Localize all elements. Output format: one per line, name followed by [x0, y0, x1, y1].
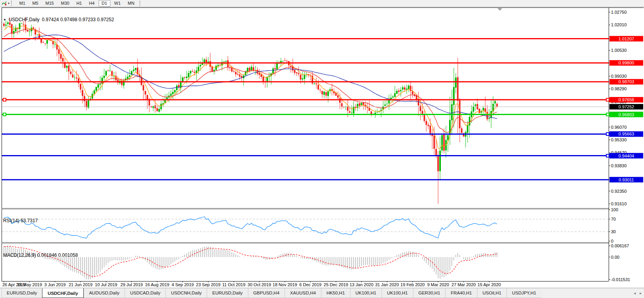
date-tick-label: 3 Jun 2019: [44, 282, 66, 287]
chart-tab-usdcnh-daily[interactable]: USDCNH,Daily: [165, 288, 207, 298]
date-tick-label: 21 Jun 2019: [69, 282, 93, 287]
timeframe-button-m1[interactable]: M1: [16, 0, 28, 7]
date-tick-label: 4 Sep 2019: [172, 282, 194, 287]
macd-tick-label: 0.006167: [611, 243, 629, 248]
top-toolbar: ▾ M1M5M15M30H1H4D1W1MN: [0, 0, 644, 7]
date-tick-label: 10 Jul 2019: [95, 282, 117, 287]
timeframe-button-h4[interactable]: H4: [86, 0, 97, 7]
chart-tab-hk50-h1[interactable]: HK50,H1: [321, 288, 350, 298]
date-tick-label: 18 Nov 2019: [273, 282, 297, 287]
tab-scroll-left-icon[interactable]: ◂: [634, 291, 636, 295]
date-tick-label: 15 Apr 2020: [477, 282, 501, 287]
date-tick-label: 29 Jul 2019: [121, 282, 143, 287]
rsi-tick-label: 0: [611, 239, 613, 243]
chart-tab-usdcad-daily[interactable]: USDCAD,Daily: [125, 288, 165, 298]
date-tick-label: 23 Sep 2019: [196, 282, 220, 287]
date-tick-label: 16 Aug 2019: [145, 282, 169, 287]
timeframe-button-mn[interactable]: MN: [125, 0, 138, 7]
price-tick-label: 1.02750: [611, 10, 627, 15]
chart-tab-gbpusd-h4[interactable]: GBPUSD,H4: [248, 288, 284, 298]
price-badge-label: 0.99800: [618, 60, 634, 65]
macd-tick-label: 0.00: [611, 255, 619, 260]
timeframe-button-m5[interactable]: M5: [29, 0, 41, 7]
timeframe-button-w1[interactable]: W1: [111, 0, 124, 7]
price-badge-label: 0.98703: [618, 79, 634, 84]
date-tick-label: 9 Mar 2020: [427, 282, 449, 287]
line-handle-icon[interactable]: [606, 113, 609, 116]
date-tick-label: 11 Oct 2019: [222, 282, 245, 287]
price-tick-label: 0.93830: [611, 163, 627, 168]
dropdown-caret-icon[interactable]: ▾: [8, 2, 9, 5]
price-tick-label: 0.96070: [611, 125, 627, 130]
tab-scroll-right-icon[interactable]: ▸: [640, 291, 642, 295]
chart-tools-icon[interactable]: ▾: [2, 1, 9, 6]
tab-scroll-arrows: ◂ ▸: [634, 288, 642, 298]
macd-tick-label: -0.011531: [611, 277, 630, 282]
rsi-tick-label: 100: [611, 207, 618, 212]
timeframe-button-d1[interactable]: D1: [99, 0, 110, 7]
line-handle-icon[interactable]: [606, 133, 609, 135]
rsi-tick-label: 30: [611, 229, 616, 234]
price-tick-label: 1.02010: [611, 22, 627, 27]
date-tick-label: 19 Feb 2020: [400, 282, 425, 287]
price-tick-label: 0.91610: [611, 201, 627, 206]
line-handle-icon[interactable]: [606, 154, 609, 157]
date-tick-label: 15 May 2019: [17, 282, 42, 287]
chart-tab-ger30-h1[interactable]: GER30,H1: [413, 288, 446, 298]
price-tick-label: 0.92350: [611, 189, 627, 194]
chart-canvas[interactable]: 1.027501.020101.005300.990300.982900.975…: [0, 7, 644, 288]
timeframe-button-h1[interactable]: H1: [73, 0, 85, 7]
line-handle-icon[interactable]: [606, 99, 609, 101]
price-badge-label: 0.97252: [618, 104, 634, 109]
chart-tab-uk100-h1[interactable]: UK100,H1: [350, 288, 382, 298]
price-badge-label: 0.96803: [618, 112, 634, 117]
rsi-tick-label: 70: [611, 217, 616, 221]
chart-tab-audusd-daily[interactable]: AUDUSD,Daily: [84, 288, 125, 298]
price-tick-label: 0.95330: [611, 137, 627, 142]
chart-frame: [0, 7, 644, 288]
price-badge-label: 0.93011: [619, 177, 634, 182]
price-tick-label: 0.98290: [611, 86, 627, 91]
chart-glyph-icon: [2, 1, 7, 6]
line-handle-icon[interactable]: [3, 113, 6, 116]
toolbar-grip[interactable]: [11, 1, 13, 6]
timeframe-button-m30[interactable]: M30: [58, 0, 72, 7]
chart-tab-usoil-h1[interactable]: USOil,H1: [477, 288, 506, 298]
chart-tab-xauusd-h4[interactable]: XAUUSD,H4: [284, 288, 321, 298]
price-badge-label: 0.97658: [618, 97, 634, 102]
date-tick-label: 13 Jan 2020: [350, 282, 374, 287]
timeframe-button-m15[interactable]: M15: [42, 0, 57, 7]
chart-tab-uk100-h1[interactable]: UK100,H1: [382, 288, 413, 298]
price-badge-label: 0.95663: [618, 132, 634, 136]
price-tick-label: 0.99030: [611, 74, 627, 79]
price-badge-label: 1.01207: [618, 37, 634, 41]
date-tick-label: 25 Dec 2019: [324, 282, 348, 287]
date-tick-label: 30 Oct 2019: [248, 282, 271, 287]
timeframe-buttons: M1M5M15M30H1H4D1W1MN: [16, 0, 138, 7]
chart-tab-bar: EURUSD,DailyUSDCHF,DailyAUDUSD,DailyUSDC…: [0, 288, 644, 298]
chart-tab-eurusd-daily[interactable]: EURUSD,Daily: [207, 288, 248, 298]
date-tick-label: 31 Jan 2020: [375, 282, 399, 287]
chart-tab-usdjpy-h1[interactable]: USDJPY,H1: [506, 288, 541, 298]
toolbar-grip-end[interactable]: [139, 1, 142, 6]
price-badge-label: 0.94404: [618, 154, 634, 158]
chart-tab-eurusd-daily[interactable]: EURUSD,Daily: [1, 288, 42, 298]
chart-tab-usdchf-daily[interactable]: USDCHF,Daily: [42, 288, 83, 298]
date-tick-label: 27 Mar 2020: [451, 282, 476, 287]
chart-tab-fra40-h1[interactable]: FRA40,H1: [445, 288, 477, 298]
chart-window[interactable]: 1.027501.020101.005300.990300.982900.975…: [0, 7, 644, 288]
line-handle-icon[interactable]: [3, 99, 6, 101]
date-tick-label: 6 Dec 2019: [299, 282, 321, 287]
price-tick-label: 1.00530: [611, 48, 627, 53]
